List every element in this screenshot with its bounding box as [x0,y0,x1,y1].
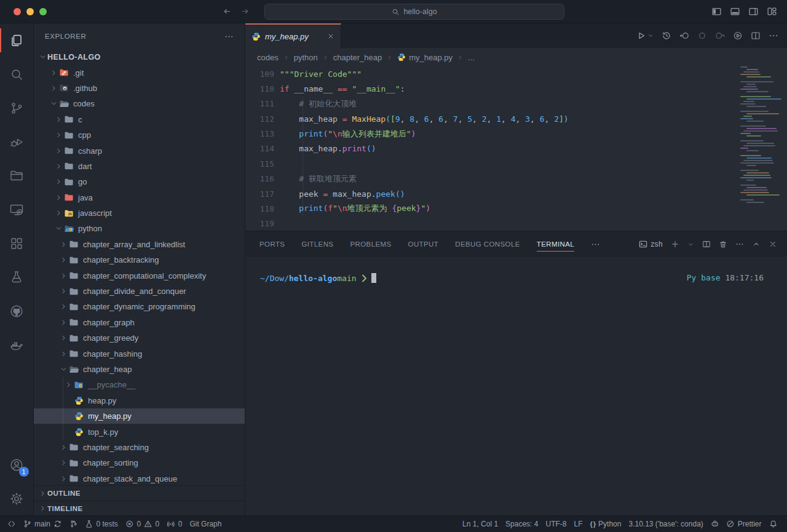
next-change-icon[interactable] [715,31,725,41]
statusbar-prettier[interactable]: Prettier [722,520,765,528]
chevron-right-icon[interactable] [58,334,68,342]
activity-run-and-debug-icon[interactable] [0,125,34,159]
chevron-right-icon[interactable] [58,459,68,467]
breadcrumb-item[interactable]: my_heap.py [397,53,453,62]
tree-item-chapter-computational-complexity[interactable]: chapter_computational_complexity [34,268,245,283]
activity-folder-browser-icon[interactable] [0,159,34,193]
chevron-right-icon[interactable] [49,69,58,77]
file-history-icon[interactable] [662,31,671,41]
statusbar-ports[interactable]: 0 [163,520,186,528]
chevron-right-icon[interactable] [58,287,68,295]
statusbar-remote[interactable] [4,520,20,528]
command-center-search[interactable]: hello-algo [264,4,564,20]
statusbar-eol[interactable]: LF [570,520,586,528]
chevron-right-icon[interactable] [53,194,63,202]
sidebar-section-timeline[interactable]: TIMELINE [34,501,245,515]
tree-item--pycache-[interactable]: __pycache__ [34,377,245,392]
tree-item-javascript[interactable]: JSjavascript [34,205,245,221]
change-indicator-icon[interactable] [697,31,707,41]
chevron-right-icon[interactable] [53,162,63,170]
chevron-down-icon[interactable] [38,53,47,61]
activity-source-control-icon[interactable] [0,91,34,125]
tree-item-my-heap-py[interactable]: my_heap.py [34,408,245,424]
tree-item-chapter-sorting[interactable]: chapter_sorting [34,455,245,470]
chevron-right-icon[interactable] [53,178,63,186]
tree-item-python[interactable]: python [34,221,245,236]
tree-item-c[interactable]: c [34,112,245,127]
statusbar-tests[interactable]: 0 tests [81,520,122,528]
chevron-right-icon[interactable] [58,443,68,451]
tree-item-dart[interactable]: dart [34,159,245,174]
activity-explorer-icon[interactable] [0,23,34,57]
statusbar-cursor-position[interactable]: Ln 1, Col 1 [459,520,502,528]
tree-item-chapter-heap[interactable]: chapter_heap [34,362,245,377]
tree-item-chapter-array-and-linkedlist[interactable]: chapter_array_and_linkedlist [34,237,245,252]
navigate-forward-icon[interactable] [240,7,250,16]
chevron-right-icon[interactable] [58,256,68,264]
close-panel-icon[interactable] [769,240,777,248]
chevron-right-icon[interactable] [58,350,68,358]
tree-item--git[interactable]: .git [34,65,245,80]
minimap[interactable] [740,66,781,209]
chevron-right-icon[interactable] [58,319,68,327]
chevron-right-icon[interactable] [53,209,63,217]
tree-item-go[interactable]: go [34,174,245,189]
panel-more-tabs-icon[interactable] [591,240,600,249]
statusbar-copilot[interactable] [707,520,723,528]
tree-item-chapter-backtracking[interactable]: chapter_backtracking [34,252,245,268]
chevron-down-icon[interactable] [58,365,68,373]
breadcrumb-item[interactable]: ... [468,53,475,62]
statusbar-encoding[interactable]: UTF-8 [542,520,570,528]
chevron-right-icon[interactable] [58,240,68,248]
zoom-window-button[interactable] [39,8,47,15]
statusbar-indentation[interactable]: Spaces: 4 [502,520,542,528]
kill-terminal-icon[interactable] [719,240,727,248]
more-actions-icon[interactable] [769,31,778,41]
activity-github-icon[interactable] [0,294,34,328]
tree-item-chapter-divide-and-conquer[interactable]: chapter_divide_and_conquer [34,284,245,299]
tree-item-chapter-hashing[interactable]: chapter_hashing [34,346,245,361]
toggle-primary-sidebar-icon[interactable] [711,6,722,17]
breadcrumb-item[interactable]: python [294,53,318,62]
open-changes-icon[interactable] [733,31,743,41]
split-editor-icon[interactable] [751,31,761,41]
chevron-right-icon[interactable] [58,303,68,311]
panel-tab-debug-console[interactable]: DEBUG CONSOLE [455,231,520,257]
sidebar-section-outline[interactable]: OUTLINE [34,486,245,501]
statusbar-language-mode[interactable]: { }Python [586,520,625,528]
split-terminal-icon[interactable] [702,240,711,248]
chevron-right-icon[interactable] [58,475,68,483]
tree-item-java[interactable]: java [34,190,245,205]
panel-tab-problems[interactable]: PROBLEMS [350,231,391,257]
tab-my-heap-py[interactable]: my_heap.py [245,23,341,48]
chevron-down-icon[interactable] [49,100,58,108]
toggle-panel-icon[interactable] [730,6,740,17]
new-terminal-icon[interactable] [671,240,679,248]
statusbar-problems[interactable]: 00 [122,520,163,528]
activity-testing-icon[interactable] [0,260,34,294]
previous-change-icon[interactable] [679,31,689,41]
tree-item-top-k-py[interactable]: top_k.py [34,424,245,439]
terminal-shell-selector[interactable]: zsh [639,240,663,248]
close-window-button[interactable] [14,8,21,15]
toggle-secondary-sidebar-icon[interactable] [748,6,759,17]
panel-tab-ports[interactable]: PORTS [259,231,285,257]
tree-item-heap-py[interactable]: heap.py [34,393,245,408]
chevron-right-icon[interactable] [49,84,58,92]
panel-tab-gitlens[interactable]: GITLENS [301,231,333,257]
chevron-right-icon[interactable] [53,147,63,155]
breadcrumb-item[interactable]: codes [257,53,279,62]
tree-item-chapter-searching[interactable]: chapter_searching [34,440,245,455]
activity-settings-icon[interactable] [0,482,34,515]
run-python-file-icon[interactable] [636,31,654,41]
activity-extensions-icon[interactable] [0,226,34,260]
tree-item-chapter-stack-and-queue[interactable]: chapter_stack_and_queue [34,471,245,485]
activity-accounts-icon[interactable]: 1 [0,448,34,482]
statusbar-python-interpreter[interactable]: 3.10.13 ('base': conda) [625,520,706,528]
terminal[interactable]: ~/Dow/hello-algo main Py base 18:17:16 [245,257,787,515]
tree-item-csharp[interactable]: csharp [34,143,245,158]
minimize-window-button[interactable] [26,8,34,15]
terminal-dropdown-icon[interactable] [687,241,694,248]
panel-tab-terminal[interactable]: TERMINAL [537,231,574,257]
maximize-panel-icon[interactable] [752,240,761,248]
